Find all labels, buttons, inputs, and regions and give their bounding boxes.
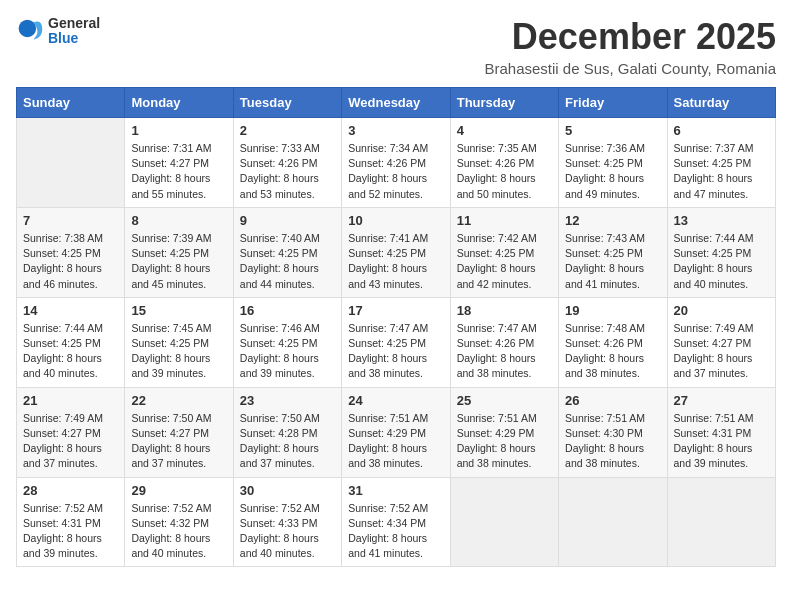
day-number: 19 <box>565 303 660 318</box>
day-number: 28 <box>23 483 118 498</box>
calendar-cell: 24Sunrise: 7:51 AM Sunset: 4:29 PM Dayli… <box>342 387 450 477</box>
day-info: Sunrise: 7:51 AM Sunset: 4:29 PM Dayligh… <box>457 411 552 472</box>
weekday-header-sunday: Sunday <box>17 88 125 118</box>
calendar-cell: 21Sunrise: 7:49 AM Sunset: 4:27 PM Dayli… <box>17 387 125 477</box>
day-info: Sunrise: 7:52 AM Sunset: 4:32 PM Dayligh… <box>131 501 226 562</box>
day-info: Sunrise: 7:46 AM Sunset: 4:25 PM Dayligh… <box>240 321 335 382</box>
day-info: Sunrise: 7:48 AM Sunset: 4:26 PM Dayligh… <box>565 321 660 382</box>
day-info: Sunrise: 7:47 AM Sunset: 4:26 PM Dayligh… <box>457 321 552 382</box>
weekday-header-row: SundayMondayTuesdayWednesdayThursdayFrid… <box>17 88 776 118</box>
calendar-cell: 15Sunrise: 7:45 AM Sunset: 4:25 PM Dayli… <box>125 297 233 387</box>
day-number: 30 <box>240 483 335 498</box>
day-number: 26 <box>565 393 660 408</box>
day-number: 22 <box>131 393 226 408</box>
day-info: Sunrise: 7:33 AM Sunset: 4:26 PM Dayligh… <box>240 141 335 202</box>
day-number: 16 <box>240 303 335 318</box>
calendar-cell <box>559 477 667 567</box>
month-year-title: December 2025 <box>484 16 776 58</box>
day-info: Sunrise: 7:52 AM Sunset: 4:34 PM Dayligh… <box>348 501 443 562</box>
day-number: 2 <box>240 123 335 138</box>
calendar-week-row: 28Sunrise: 7:52 AM Sunset: 4:31 PM Dayli… <box>17 477 776 567</box>
calendar-cell: 3Sunrise: 7:34 AM Sunset: 4:26 PM Daylig… <box>342 118 450 208</box>
calendar-cell: 8Sunrise: 7:39 AM Sunset: 4:25 PM Daylig… <box>125 207 233 297</box>
weekday-header-saturday: Saturday <box>667 88 775 118</box>
calendar-week-row: 7Sunrise: 7:38 AM Sunset: 4:25 PM Daylig… <box>17 207 776 297</box>
day-number: 23 <box>240 393 335 408</box>
day-info: Sunrise: 7:51 AM Sunset: 4:30 PM Dayligh… <box>565 411 660 472</box>
day-number: 13 <box>674 213 769 228</box>
day-info: Sunrise: 7:52 AM Sunset: 4:33 PM Dayligh… <box>240 501 335 562</box>
calendar-cell: 4Sunrise: 7:35 AM Sunset: 4:26 PM Daylig… <box>450 118 558 208</box>
calendar-table: SundayMondayTuesdayWednesdayThursdayFrid… <box>16 87 776 567</box>
weekday-header-thursday: Thursday <box>450 88 558 118</box>
day-info: Sunrise: 7:49 AM Sunset: 4:27 PM Dayligh… <box>23 411 118 472</box>
day-info: Sunrise: 7:31 AM Sunset: 4:27 PM Dayligh… <box>131 141 226 202</box>
weekday-header-friday: Friday <box>559 88 667 118</box>
weekday-header-wednesday: Wednesday <box>342 88 450 118</box>
calendar-cell: 28Sunrise: 7:52 AM Sunset: 4:31 PM Dayli… <box>17 477 125 567</box>
calendar-cell: 12Sunrise: 7:43 AM Sunset: 4:25 PM Dayli… <box>559 207 667 297</box>
calendar-week-row: 1Sunrise: 7:31 AM Sunset: 4:27 PM Daylig… <box>17 118 776 208</box>
calendar-cell: 23Sunrise: 7:50 AM Sunset: 4:28 PM Dayli… <box>233 387 341 477</box>
day-info: Sunrise: 7:38 AM Sunset: 4:25 PM Dayligh… <box>23 231 118 292</box>
calendar-cell <box>450 477 558 567</box>
calendar-cell: 5Sunrise: 7:36 AM Sunset: 4:25 PM Daylig… <box>559 118 667 208</box>
day-number: 29 <box>131 483 226 498</box>
calendar-cell: 20Sunrise: 7:49 AM Sunset: 4:27 PM Dayli… <box>667 297 775 387</box>
day-info: Sunrise: 7:45 AM Sunset: 4:25 PM Dayligh… <box>131 321 226 382</box>
logo: General Blue <box>16 16 100 47</box>
calendar-cell: 27Sunrise: 7:51 AM Sunset: 4:31 PM Dayli… <box>667 387 775 477</box>
day-number: 24 <box>348 393 443 408</box>
day-number: 15 <box>131 303 226 318</box>
day-info: Sunrise: 7:50 AM Sunset: 4:28 PM Dayligh… <box>240 411 335 472</box>
day-number: 9 <box>240 213 335 228</box>
day-number: 11 <box>457 213 552 228</box>
calendar-cell: 7Sunrise: 7:38 AM Sunset: 4:25 PM Daylig… <box>17 207 125 297</box>
calendar-cell: 14Sunrise: 7:44 AM Sunset: 4:25 PM Dayli… <box>17 297 125 387</box>
calendar-cell: 31Sunrise: 7:52 AM Sunset: 4:34 PM Dayli… <box>342 477 450 567</box>
calendar-cell: 9Sunrise: 7:40 AM Sunset: 4:25 PM Daylig… <box>233 207 341 297</box>
calendar-cell: 17Sunrise: 7:47 AM Sunset: 4:25 PM Dayli… <box>342 297 450 387</box>
day-number: 31 <box>348 483 443 498</box>
day-number: 8 <box>131 213 226 228</box>
day-number: 20 <box>674 303 769 318</box>
day-number: 27 <box>674 393 769 408</box>
day-info: Sunrise: 7:36 AM Sunset: 4:25 PM Dayligh… <box>565 141 660 202</box>
day-info: Sunrise: 7:35 AM Sunset: 4:26 PM Dayligh… <box>457 141 552 202</box>
calendar-cell: 13Sunrise: 7:44 AM Sunset: 4:25 PM Dayli… <box>667 207 775 297</box>
calendar-cell: 25Sunrise: 7:51 AM Sunset: 4:29 PM Dayli… <box>450 387 558 477</box>
day-number: 7 <box>23 213 118 228</box>
day-number: 5 <box>565 123 660 138</box>
day-number: 1 <box>131 123 226 138</box>
day-number: 17 <box>348 303 443 318</box>
day-number: 21 <box>23 393 118 408</box>
day-info: Sunrise: 7:47 AM Sunset: 4:25 PM Dayligh… <box>348 321 443 382</box>
day-info: Sunrise: 7:37 AM Sunset: 4:25 PM Dayligh… <box>674 141 769 202</box>
day-info: Sunrise: 7:43 AM Sunset: 4:25 PM Dayligh… <box>565 231 660 292</box>
calendar-cell: 6Sunrise: 7:37 AM Sunset: 4:25 PM Daylig… <box>667 118 775 208</box>
day-number: 14 <box>23 303 118 318</box>
day-number: 3 <box>348 123 443 138</box>
calendar-week-row: 21Sunrise: 7:49 AM Sunset: 4:27 PM Dayli… <box>17 387 776 477</box>
day-number: 12 <box>565 213 660 228</box>
day-number: 18 <box>457 303 552 318</box>
logo-blue: Blue <box>48 31 100 46</box>
calendar-cell: 16Sunrise: 7:46 AM Sunset: 4:25 PM Dayli… <box>233 297 341 387</box>
day-info: Sunrise: 7:44 AM Sunset: 4:25 PM Dayligh… <box>23 321 118 382</box>
day-info: Sunrise: 7:50 AM Sunset: 4:27 PM Dayligh… <box>131 411 226 472</box>
day-info: Sunrise: 7:52 AM Sunset: 4:31 PM Dayligh… <box>23 501 118 562</box>
day-number: 10 <box>348 213 443 228</box>
calendar-cell: 22Sunrise: 7:50 AM Sunset: 4:27 PM Dayli… <box>125 387 233 477</box>
calendar-cell: 18Sunrise: 7:47 AM Sunset: 4:26 PM Dayli… <box>450 297 558 387</box>
day-info: Sunrise: 7:34 AM Sunset: 4:26 PM Dayligh… <box>348 141 443 202</box>
location-subtitle: Brahasestii de Sus, Galati County, Roman… <box>484 60 776 77</box>
day-info: Sunrise: 7:42 AM Sunset: 4:25 PM Dayligh… <box>457 231 552 292</box>
calendar-cell: 2Sunrise: 7:33 AM Sunset: 4:26 PM Daylig… <box>233 118 341 208</box>
day-number: 6 <box>674 123 769 138</box>
logo-text: General Blue <box>48 16 100 47</box>
day-info: Sunrise: 7:51 AM Sunset: 4:31 PM Dayligh… <box>674 411 769 472</box>
day-info: Sunrise: 7:44 AM Sunset: 4:25 PM Dayligh… <box>674 231 769 292</box>
calendar-cell: 29Sunrise: 7:52 AM Sunset: 4:32 PM Dayli… <box>125 477 233 567</box>
day-info: Sunrise: 7:49 AM Sunset: 4:27 PM Dayligh… <box>674 321 769 382</box>
day-info: Sunrise: 7:40 AM Sunset: 4:25 PM Dayligh… <box>240 231 335 292</box>
